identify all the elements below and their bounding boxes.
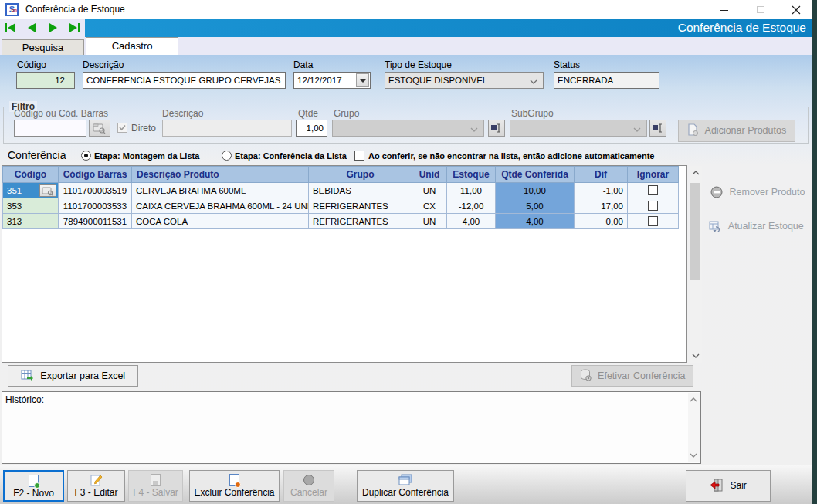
scroll-down-icon[interactable] [688, 452, 699, 459]
col-ignorar[interactable]: Ignorar [628, 167, 679, 183]
chevron-down-icon [632, 127, 642, 133]
desktop-edge [812, 0, 817, 504]
cell-codigo[interactable]: 353 [3, 198, 59, 214]
tipo-estoque-combobox[interactable]: ESTOQUE DISPONÍVEL [385, 72, 544, 89]
filtro-qtde-label: Qtde [298, 108, 318, 119]
sair-button[interactable]: Sair [686, 470, 771, 502]
etapa-conferencia-radio[interactable] [222, 151, 232, 161]
minimize-button[interactable] [710, 0, 737, 19]
filtro-subgrupo-edit-button[interactable] [649, 120, 666, 137]
excluir-conferencia-button[interactable]: Excluir Conferência [189, 470, 280, 502]
adicionar-automaticamente-label[interactable]: Ao conferir, se não encontrar na lista, … [368, 151, 654, 161]
adicionar-automaticamente-checkbox[interactable] [354, 151, 364, 161]
cell-grupo[interactable]: REFRIGERANTES [309, 198, 412, 214]
scrollbar-thumb[interactable] [690, 183, 700, 280]
col-codigo[interactable]: Código [3, 167, 59, 183]
remover-produto-button[interactable]: Remover Produto [710, 186, 805, 198]
efetivar-conferencia-button[interactable]: Efetivar Conferência [571, 365, 693, 387]
cell-unid[interactable]: UN [412, 183, 447, 198]
edit-field-icon [491, 123, 502, 133]
tipo-estoque-label: Tipo de Estoque [385, 59, 452, 70]
ignorar-checkbox[interactable] [648, 185, 658, 195]
filtro-descricao-input[interactable] [162, 120, 292, 137]
cell-qtde-conferida[interactable]: 5,00 [496, 198, 575, 214]
cell-search-button[interactable] [39, 184, 56, 197]
close-button[interactable] [783, 0, 809, 19]
data-combobox[interactable]: 12/12/2017 [293, 72, 371, 89]
codigo-field[interactable]: 12 [16, 72, 75, 89]
col-unid[interactable]: Unid [412, 167, 447, 183]
app-icon: Scm [5, 3, 19, 16]
direto-checkbox[interactable] [117, 123, 127, 133]
table-row[interactable]: 351 1101700003519 CERVEJA BRAHMA 600ML B… [3, 183, 679, 198]
col-qtde-conferida[interactable]: Qtde Conferida [496, 167, 575, 183]
filtro-codigo-barras-input[interactable] [14, 120, 86, 137]
nav-first-button[interactable] [3, 22, 19, 35]
data-dropdown-button[interactable] [356, 73, 369, 87]
cell-grupo[interactable]: REFRIGERANTES [309, 214, 412, 229]
atualizar-estoque-button[interactable]: Atualizar Estoque [709, 220, 804, 232]
cell-codigo[interactable]: 313 [3, 214, 59, 229]
cell-codigo-selected[interactable]: 351 [3, 183, 59, 198]
f2-novo-button[interactable]: F2 - Novo [3, 470, 64, 502]
cell-barras[interactable]: 7894900011531 [59, 214, 132, 229]
tab-cadastro[interactable]: Cadastro [86, 37, 178, 55]
col-dif[interactable]: Dif [575, 167, 628, 183]
tab-pesquisa[interactable]: Pesquisa [2, 39, 84, 55]
historico-scrollbar[interactable] [688, 393, 700, 462]
f3-editar-button[interactable]: F3 - Editar [67, 470, 125, 502]
descricao-field[interactable]: CONFERENCIA ESTOQUE GRUPO CERVEJAS [83, 72, 286, 89]
col-descricao-produto[interactable]: Descrição Produto [132, 167, 309, 183]
cell-estoque[interactable]: -12,00 [447, 198, 496, 214]
cancelar-button[interactable]: Cancelar [283, 470, 334, 502]
exportar-excel-button[interactable]: Exportar para Excel [8, 365, 138, 387]
scroll-up-icon[interactable] [690, 169, 701, 177]
nav-next-button[interactable] [46, 22, 62, 35]
duplicar-conferencia-button[interactable]: Duplicar Conferência [357, 470, 454, 502]
filtro-grupo-combobox[interactable] [332, 120, 484, 137]
nav-previous-button[interactable] [25, 22, 40, 35]
cell-qtde-conferida[interactable]: 10,00 [496, 183, 575, 198]
cell-dif[interactable]: -1,00 [575, 183, 628, 198]
f4-salvar-button[interactable]: F4 - Salvar [128, 470, 183, 502]
ignorar-checkbox[interactable] [648, 201, 658, 211]
col-codigo-barras[interactable]: Código Barras [59, 167, 132, 183]
scroll-up-icon[interactable] [688, 396, 699, 404]
ignorar-checkbox[interactable] [648, 216, 658, 226]
direto-label: Direto [131, 123, 156, 134]
scroll-down-icon[interactable] [690, 352, 701, 360]
cell-descricao[interactable]: CAIXA CERVEJA BRAHMA 600ML - 24 UNIDA [132, 198, 309, 214]
adicionar-produtos-button[interactable]: Adicionar Produtos [678, 120, 795, 142]
cell-estoque[interactable]: 11,00 [447, 183, 496, 198]
cell-barras[interactable]: 1101700003533 [59, 198, 132, 214]
filtro-subgrupo-combobox[interactable] [510, 120, 647, 137]
cell-ignorar[interactable] [628, 214, 679, 229]
filtro-qtde-input[interactable]: 1,00 [296, 120, 327, 137]
cell-unid[interactable]: UN [412, 214, 447, 229]
col-grupo[interactable]: Grupo [309, 167, 412, 183]
nav-last-button[interactable] [68, 22, 83, 35]
col-estoque[interactable]: Estoque [447, 167, 496, 183]
historico-panel[interactable]: Histórico: [2, 391, 701, 464]
cell-dif[interactable]: 17,00 [575, 198, 628, 214]
cell-descricao[interactable]: CERVEJA BRAHMA 600ML [132, 183, 309, 198]
etapa-conferencia-label[interactable]: Etapa: Conferência da Lista [235, 151, 347, 161]
etapa-montagem-label[interactable]: Etapa: Montagem da Lista [94, 151, 199, 161]
table-row[interactable]: 353 1101700003533 CAIXA CERVEJA BRAHMA 6… [3, 198, 679, 214]
filtro-grupo-edit-button[interactable] [488, 120, 505, 137]
filtro-search-button[interactable] [89, 120, 110, 137]
etapa-montagem-radio[interactable] [81, 151, 91, 161]
cell-barras[interactable]: 1101700003519 [59, 183, 132, 198]
cell-ignorar[interactable] [628, 198, 679, 214]
chevron-down-icon [470, 127, 479, 133]
cell-grupo[interactable]: BEBIDAS [309, 183, 412, 198]
cell-descricao[interactable]: COCA COLA [132, 214, 309, 229]
cell-dif[interactable]: 0,00 [575, 214, 628, 229]
maximize-button[interactable] [748, 0, 774, 19]
cell-qtde-conferida[interactable]: 4,00 [496, 214, 575, 229]
cell-unid[interactable]: CX [412, 198, 447, 214]
grid-scrollbar[interactable] [690, 166, 702, 363]
cell-ignorar[interactable] [628, 183, 679, 198]
cell-estoque[interactable]: 4,00 [447, 214, 496, 229]
table-row[interactable]: 313 7894900011531 COCA COLA REFRIGERANTE… [3, 214, 679, 229]
